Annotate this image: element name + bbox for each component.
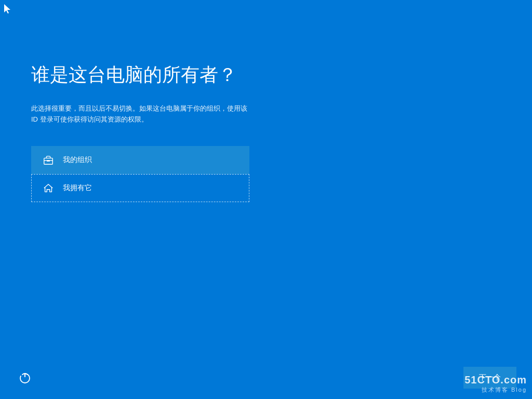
option-personal[interactable]: 我拥有它 <box>31 174 249 202</box>
next-button[interactable]: 下一个 <box>463 367 516 389</box>
home-icon <box>42 182 55 194</box>
option-organization-label: 我的组织 <box>63 155 92 165</box>
briefcase-icon <box>42 154 55 166</box>
option-personal-label: 我拥有它 <box>63 183 92 193</box>
main-container: 谁是这台电脑的所有者？ 此选择很重要，而且以后不易切换。如果这台电脑属于你的组织… <box>0 0 532 399</box>
description-text: 此选择很重要，而且以后不易切换。如果这台电脑属于你的组织，使用该 ID 登录可使… <box>31 103 249 125</box>
svg-rect-4 <box>47 160 50 162</box>
bottom-bar: 下一个 <box>0 356 532 399</box>
restart-button[interactable] <box>16 368 34 387</box>
option-organization[interactable]: 我的组织 <box>31 146 249 174</box>
options-container: 我的组织 我拥有它 <box>31 146 249 202</box>
page-title: 谁是这台电脑的所有者？ <box>31 62 501 88</box>
